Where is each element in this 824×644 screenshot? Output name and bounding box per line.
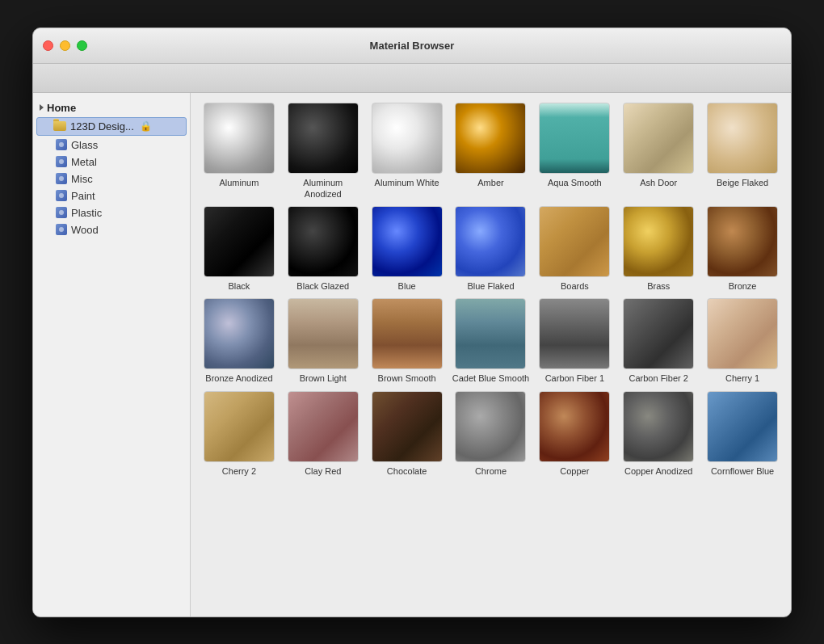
material-cell-row4-5[interactable]: Copper (536, 391, 613, 477)
material-label-black: Black (228, 280, 250, 292)
material-label-boards: Boards (561, 280, 589, 292)
material-thumb-brass (623, 206, 694, 277)
materials-scroll[interactable]: AluminumAluminum AnodizedAluminum WhiteA… (191, 93, 791, 617)
material-thumb-brown-light (288, 298, 359, 369)
material-thumb-carbon-fiber-1 (539, 298, 610, 369)
material-icon-plastic (56, 207, 67, 218)
folder-name: 123D Desig... (70, 120, 134, 133)
material-cell-row4-1[interactable]: Cherry 2 (200, 391, 278, 477)
content-area: Home 123D Desig... 🔒 Glass Metal Misc (33, 93, 791, 617)
material-thumb-row4-1 (204, 391, 275, 462)
material-thumb-bronze-anodized (204, 298, 275, 369)
material-cell-bronze[interactable]: Bronze (704, 206, 781, 292)
material-label-carbon-fiber-1: Carbon Fiber 1 (545, 373, 604, 384)
material-icon-misc (56, 173, 67, 184)
material-cell-row4-6[interactable]: Copper Anodized (620, 391, 697, 477)
material-thumb-bronze (707, 206, 778, 277)
material-thumb-row4-5 (539, 391, 610, 462)
main-area: AluminumAluminum AnodizedAluminum WhiteA… (191, 93, 791, 617)
material-label-cadet-blue-smooth: Cadet Blue Smooth (452, 373, 529, 384)
sidebar-label-plastic: Plastic (71, 207, 102, 219)
material-cell-row4-4[interactable]: Chrome (452, 391, 530, 477)
material-thumb-aluminum-anodized (288, 103, 359, 174)
material-cell-black[interactable]: Black (200, 206, 278, 292)
material-label-cherry-1: Cherry 1 (725, 373, 759, 384)
material-thumb-ash-door (623, 103, 694, 174)
titlebar: Material Browser (33, 28, 791, 64)
material-thumb-aqua-smooth (539, 103, 610, 174)
material-label-row4-1: Cherry 2 (222, 465, 256, 477)
material-cell-carbon-fiber-1[interactable]: Carbon Fiber 1 (536, 298, 613, 384)
material-browser-window: Material Browser Home 123D Desig... 🔒 Gl… (32, 27, 792, 617)
material-label-aqua-smooth: Aqua Smooth (548, 177, 602, 188)
material-cell-carbon-fiber-2[interactable]: Carbon Fiber 2 (620, 298, 697, 384)
window-title: Material Browser (370, 40, 455, 52)
material-thumb-row4-4 (455, 391, 526, 462)
material-cell-cherry-1[interactable]: Cherry 1 (704, 298, 781, 384)
material-cell-row4-2[interactable]: Clay Red (284, 391, 362, 477)
material-cell-ash-door[interactable]: Ash Door (620, 103, 697, 200)
toolbar (33, 64, 791, 93)
sidebar-item-plastic[interactable]: Plastic (33, 204, 190, 221)
material-thumb-row4-7 (707, 391, 778, 462)
material-label-row4-3: Chocolate (387, 465, 427, 477)
material-cell-brown-light[interactable]: Brown Light (284, 298, 362, 384)
close-button[interactable] (43, 40, 53, 51)
sidebar-item-glass[interactable]: Glass (33, 137, 190, 154)
material-thumb-black (204, 206, 275, 277)
material-cell-aluminum-anodized[interactable]: Aluminum Anodized (284, 103, 362, 200)
material-icon-metal (56, 156, 67, 167)
material-thumb-blue (372, 206, 443, 277)
material-cell-row4-3[interactable]: Chocolate (368, 391, 446, 477)
material-cell-row4-7[interactable]: Cornflower Blue (704, 391, 781, 477)
minimize-button[interactable] (60, 40, 70, 51)
material-cell-brass[interactable]: Brass (620, 206, 697, 292)
material-cell-blue[interactable]: Blue (368, 206, 446, 292)
material-cell-amber[interactable]: Amber (452, 103, 530, 200)
material-label-brass: Brass (647, 280, 670, 292)
material-cell-black-glazed[interactable]: Black Glazed (284, 206, 362, 292)
material-thumb-amber (455, 103, 526, 174)
material-thumb-black-glazed (288, 206, 359, 277)
material-thumb-beige-flaked (707, 103, 778, 174)
material-label-row4-4: Chrome (475, 465, 507, 477)
material-label-brown-smooth: Brown Smooth (378, 373, 436, 384)
material-cell-cadet-blue-smooth[interactable]: Cadet Blue Smooth (452, 298, 530, 384)
material-thumb-aluminum (204, 103, 275, 174)
material-cell-aluminum[interactable]: Aluminum (200, 103, 278, 200)
sidebar-folder-123d[interactable]: 123D Desig... 🔒 (36, 117, 187, 136)
material-thumb-row4-3 (372, 391, 443, 462)
material-cell-aqua-smooth[interactable]: Aqua Smooth (536, 103, 613, 200)
material-cell-blue-flaked[interactable]: Blue Flaked (452, 206, 530, 292)
material-thumb-cherry-1 (707, 298, 778, 369)
material-label-aluminum-anodized: Aluminum Anodized (284, 177, 362, 200)
sidebar-home[interactable]: Home (33, 99, 190, 116)
material-cell-bronze-anodized[interactable]: Bronze Anodized (200, 298, 278, 384)
material-label-row4-7: Cornflower Blue (711, 465, 774, 477)
material-cell-boards[interactable]: Boards (536, 206, 613, 292)
sidebar-label-paint: Paint (71, 190, 95, 202)
material-thumb-blue-flaked (455, 206, 526, 277)
home-label: Home (47, 102, 76, 114)
material-thumb-cadet-blue-smooth (455, 298, 526, 369)
sidebar-item-paint[interactable]: Paint (33, 187, 190, 204)
material-cell-aluminum-white[interactable]: Aluminum White (368, 103, 446, 200)
material-label-blue: Blue (398, 280, 416, 292)
folder-icon (53, 121, 66, 131)
material-label-brown-light: Brown Light (300, 373, 347, 384)
expand-icon (40, 104, 44, 111)
material-cell-brown-smooth[interactable]: Brown Smooth (368, 298, 446, 384)
sidebar-item-misc[interactable]: Misc (33, 170, 190, 187)
sidebar-item-wood[interactable]: Wood (33, 221, 190, 238)
material-label-carbon-fiber-2: Carbon Fiber 2 (629, 373, 688, 384)
maximize-button[interactable] (77, 40, 87, 51)
material-icon-glass (56, 139, 67, 150)
sidebar-label-misc: Misc (71, 173, 93, 185)
sidebar-label-wood: Wood (71, 224, 99, 236)
sidebar-item-metal[interactable]: Metal (33, 154, 190, 170)
material-thumb-row4-6 (623, 391, 694, 462)
material-label-bronze: Bronze (729, 280, 757, 292)
sidebar-label-metal: Metal (71, 156, 97, 168)
material-cell-beige-flaked[interactable]: Beige Flaked (704, 103, 781, 200)
material-label-amber: Amber (477, 177, 503, 188)
